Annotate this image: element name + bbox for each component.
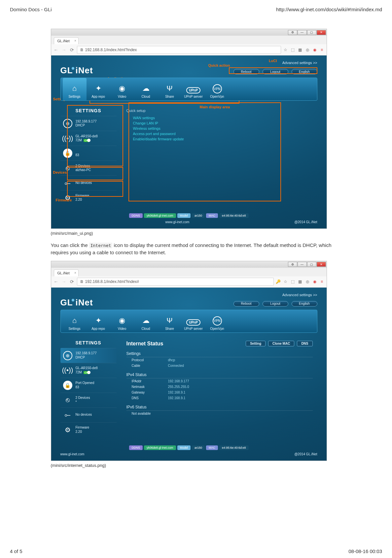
footer-site[interactable]: www.gl-inet.com xyxy=(60,452,85,456)
language-button[interactable]: English xyxy=(292,69,317,74)
logout-button[interactable]: Logout xyxy=(263,69,288,74)
annot-luci: LuCI xyxy=(269,59,277,63)
badge-mac-value: e4:95:6e:40:6d:e8 xyxy=(219,213,249,218)
nav-vpn[interactable]: VPN OpenVpn xyxy=(205,78,229,100)
badge-model-label: Model xyxy=(177,213,191,218)
back-icon: ← xyxy=(53,279,59,284)
sidebar-item-wifi[interactable]: ((•)) GL-AR150-de872M ON xyxy=(60,363,117,378)
quicklink-fwupdate[interactable]: Enable/disable firmware update xyxy=(126,136,313,142)
reboot-button[interactable]: Reboot xyxy=(233,69,259,74)
network-icon: ⎋ xyxy=(63,396,72,405)
reload-icon: ⟳ xyxy=(69,47,75,52)
caption-1: (mini/src/main_ui.png) xyxy=(51,231,341,236)
advanced-settings-link[interactable]: Advanced settings >> xyxy=(60,59,317,65)
menu-icon: ≡ xyxy=(319,279,325,284)
lock-icon: 🔒 xyxy=(63,149,72,158)
wifi-icon: ((•)) xyxy=(63,366,72,375)
nav-settings[interactable]: ⌂ Settings xyxy=(63,310,87,332)
logo: GLiNet xyxy=(60,65,93,76)
page-number: 4 of 5 xyxy=(10,548,22,554)
quicklink-wan[interactable]: WAN settings xyxy=(126,115,313,121)
sidebar-item-port[interactable]: 🔒 83 xyxy=(60,146,117,160)
quicklink-wireless[interactable]: Wireless settings xyxy=(126,126,313,131)
logout-button[interactable]: Logout xyxy=(263,301,288,306)
annot-quickaction: Quick action xyxy=(208,63,230,67)
lock-icon: 🔒 xyxy=(63,381,72,390)
share-icon: Ψ xyxy=(165,84,175,93)
window-settings-icon: ⚙ xyxy=(288,262,297,267)
quicksetup-title: Quick setup xyxy=(126,109,313,113)
badge-ddns-label: DDNS xyxy=(129,445,143,450)
nav-upnp[interactable]: UPnP UPnP server xyxy=(182,78,205,100)
gear-icon: ⚙ xyxy=(63,425,72,435)
sidebar-item-wifi[interactable]: ((•)) GL-AR150-de872M ON xyxy=(60,131,117,146)
upnp-icon: UPnP xyxy=(186,87,200,93)
sidebar-item-internet[interactable]: ⊕ 192.168.9.177DHCP xyxy=(60,348,117,363)
close-icon: × xyxy=(74,271,76,275)
badge-ddns-value: yk06de8.gl-inet.com xyxy=(144,213,176,218)
paragraph: You can click the Internet icon to displ… xyxy=(51,242,341,256)
caption-2: (mini/src/internet_status.png) xyxy=(51,463,341,468)
nav-vpn[interactable]: VPN OpenVpn xyxy=(205,310,229,332)
nav-apprepo[interactable]: ✦ App repo xyxy=(87,310,110,332)
share-icon: Ψ xyxy=(165,316,175,326)
puzzle-icon: ⬚ xyxy=(290,48,296,52)
target-icon: ◎ xyxy=(305,48,310,52)
screenshot-internet-status: ⚙ — ▢ ✕ GL.iNet× ← → ⟳ 🗎 192.168.8.1/ind… xyxy=(51,261,327,461)
nav-apprepo[interactable]: ✦ App repo xyxy=(87,78,110,100)
sidebar-title: SETTINGS xyxy=(60,337,117,348)
window-minimize-icon: — xyxy=(298,30,307,35)
usb-icon: ⟜ xyxy=(63,178,72,188)
sidebar-item-usb[interactable]: ⟜ No devices xyxy=(60,407,117,422)
sidebar-item-usb[interactable]: ⟜ No devices xyxy=(60,175,117,190)
page-date: 08-08-16 00:03 xyxy=(348,548,382,554)
footer-site2[interactable]: www.gl-inet.com xyxy=(165,220,190,224)
annot-firmware: Firmware xyxy=(56,198,72,202)
nav-video[interactable]: ◉ Video xyxy=(110,310,134,332)
section-ipv4: IPv4 Status xyxy=(126,370,313,378)
window-maximize-icon: ▢ xyxy=(307,262,316,267)
nav-cloud[interactable]: ☁ Cloud xyxy=(134,78,158,100)
home-icon: ⌂ xyxy=(70,316,80,326)
badge-ddns-value: yk06de8.gl-inet.com xyxy=(144,445,176,450)
webcam-icon: ◉ xyxy=(117,84,127,93)
sidebar-item-port[interactable]: 🔒 Port Opened83 xyxy=(60,378,117,393)
section-ipv6: IPv6 Status xyxy=(126,403,313,411)
sidebar-item-clients[interactable]: ⎋ 2 Devicesalzhao-PC xyxy=(60,160,117,175)
cloud-icon: ☁ xyxy=(141,84,151,93)
forward-icon: → xyxy=(61,279,67,284)
quicklink-lanip[interactable]: Change LAN IP xyxy=(126,121,313,126)
star-icon: ☆ xyxy=(283,48,288,52)
advanced-settings-link[interactable]: Advanced settings >> xyxy=(60,291,317,297)
usb-icon: ⟜ xyxy=(63,410,72,420)
globe-icon: ⊕ xyxy=(63,119,72,128)
badge-model-value: ar150 xyxy=(192,445,205,450)
ext2-icon: ▦ xyxy=(298,48,303,52)
btn-dns[interactable]: DNS xyxy=(297,341,312,346)
nav-share[interactable]: Ψ Share xyxy=(158,310,182,332)
target-icon: ◎ xyxy=(305,279,310,284)
sidebar-item-firmware[interactable]: ⚙ Firmware2.20 xyxy=(60,422,117,437)
window-maximize-icon: ▢ xyxy=(307,30,316,35)
language-button[interactable]: English xyxy=(292,301,317,306)
btn-setting[interactable]: Setting xyxy=(246,341,266,346)
nav-settings[interactable]: ⌂ Settings xyxy=(63,78,87,100)
puzzle-icon: ⬚ xyxy=(290,279,296,284)
wifi-icon: ((•)) xyxy=(63,134,72,143)
nav-cloud[interactable]: ☁ Cloud xyxy=(134,310,158,332)
sidebar-item-firmware[interactable]: ⚙ Firmware2.20 xyxy=(60,190,117,205)
nav-upnp[interactable]: UPnP UPnP server xyxy=(182,310,205,332)
badge-model-label: Model xyxy=(177,445,191,450)
section-settings: Settings xyxy=(126,349,313,357)
footer-copyright: @2014 GL.iNet xyxy=(294,452,317,456)
reboot-button[interactable]: Reboot xyxy=(233,301,259,306)
quicklink-access[interactable]: Access port and password xyxy=(126,131,313,136)
btn-clonemac[interactable]: Clone MAC xyxy=(268,341,294,346)
address-bar: 🗎 192.168.8.1/index.html?index# xyxy=(77,278,274,286)
window-close-icon: ✕ xyxy=(317,30,326,35)
annot-mainarea: Main display area xyxy=(200,105,230,109)
sidebar-item-internet[interactable]: ⊕ 192.168.9.177DHCP xyxy=(60,116,117,131)
nav-share[interactable]: Ψ Share xyxy=(158,78,182,100)
nav-video[interactable]: ◉ Video xyxy=(110,78,134,100)
sidebar-item-clients[interactable]: ⎋ 2 Devices* xyxy=(60,393,117,407)
